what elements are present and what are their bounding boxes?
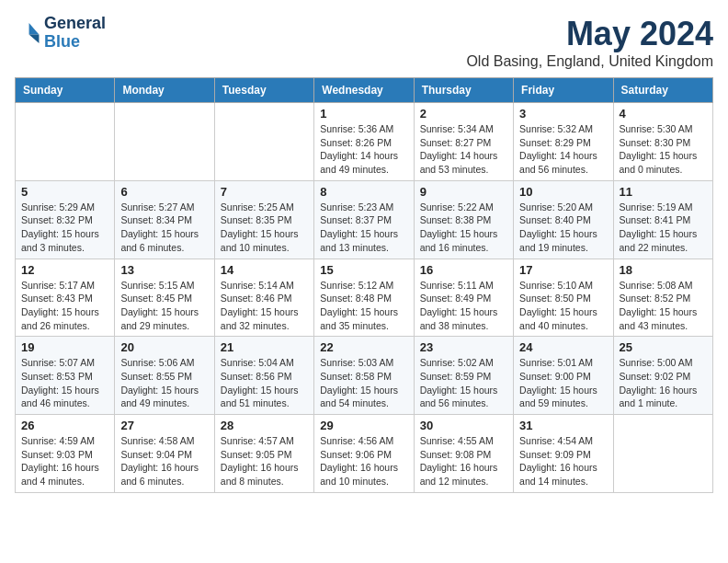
calendar-cell: 6Sunrise: 5:27 AM Sunset: 8:34 PM Daylig… (115, 180, 214, 259)
weekday-header: Sunday (16, 78, 115, 103)
day-info: Sunrise: 5:20 AM Sunset: 8:40 PM Dayligh… (519, 201, 607, 255)
day-number: 10 (519, 185, 607, 199)
calendar-table: SundayMondayTuesdayWednesdayThursdayFrid… (15, 77, 713, 493)
calendar-week-row: 1Sunrise: 5:36 AM Sunset: 8:26 PM Daylig… (16, 103, 713, 181)
day-number: 14 (221, 263, 308, 277)
calendar-cell: 8Sunrise: 5:23 AM Sunset: 8:37 PM Daylig… (314, 180, 414, 259)
calendar-week-row: 19Sunrise: 5:07 AM Sunset: 8:53 PM Dayli… (16, 337, 713, 415)
calendar-cell: 3Sunrise: 5:32 AM Sunset: 8:29 PM Daylig… (514, 103, 613, 181)
day-info: Sunrise: 5:15 AM Sunset: 8:45 PM Dayligh… (120, 279, 208, 333)
calendar-cell: 17Sunrise: 5:10 AM Sunset: 8:50 PM Dayli… (514, 259, 613, 337)
day-info: Sunrise: 5:27 AM Sunset: 8:34 PM Dayligh… (120, 201, 208, 255)
calendar-cell: 30Sunrise: 4:55 AM Sunset: 9:08 PM Dayli… (414, 415, 513, 493)
calendar-cell: 2Sunrise: 5:34 AM Sunset: 8:27 PM Daylig… (414, 103, 513, 181)
weekday-header: Thursday (414, 78, 513, 103)
day-info: Sunrise: 4:57 AM Sunset: 9:05 PM Dayligh… (221, 434, 308, 488)
svg-marker-1 (29, 34, 40, 42)
calendar-cell: 1Sunrise: 5:36 AM Sunset: 8:26 PM Daylig… (314, 103, 414, 181)
calendar-cell: 21Sunrise: 5:04 AM Sunset: 8:56 PM Dayli… (214, 337, 313, 415)
day-info: Sunrise: 5:08 AM Sunset: 8:52 PM Dayligh… (620, 279, 707, 333)
day-number: 1 (320, 107, 407, 121)
day-info: Sunrise: 5:36 AM Sunset: 8:26 PM Dayligh… (320, 122, 407, 177)
calendar-cell: 15Sunrise: 5:12 AM Sunset: 8:48 PM Dayli… (314, 259, 414, 337)
weekday-header: Tuesday (214, 78, 313, 103)
subtitle: Old Basing, England, United Kingdom (466, 53, 713, 70)
day-info: Sunrise: 5:34 AM Sunset: 8:27 PM Dayligh… (420, 122, 507, 177)
calendar-week-row: 12Sunrise: 5:17 AM Sunset: 8:43 PM Dayli… (16, 259, 713, 337)
day-number: 16 (420, 263, 507, 277)
day-info: Sunrise: 5:23 AM Sunset: 8:37 PM Dayligh… (320, 201, 407, 255)
calendar-cell: 27Sunrise: 4:58 AM Sunset: 9:04 PM Dayli… (115, 415, 214, 493)
calendar-cell (115, 103, 214, 181)
page-header: General Blue May 2024 Old Basing, Englan… (15, 15, 713, 70)
logo-line2: Blue (44, 33, 106, 52)
calendar-cell: 10Sunrise: 5:20 AM Sunset: 8:40 PM Dayli… (514, 180, 613, 259)
day-info: Sunrise: 5:07 AM Sunset: 8:53 PM Dayligh… (21, 356, 108, 410)
calendar-cell: 16Sunrise: 5:11 AM Sunset: 8:49 PM Dayli… (414, 259, 513, 337)
logo-line1: General (44, 15, 106, 33)
calendar-cell: 23Sunrise: 5:02 AM Sunset: 8:59 PM Dayli… (414, 337, 513, 415)
calendar-cell: 18Sunrise: 5:08 AM Sunset: 8:52 PM Dayli… (613, 259, 712, 337)
day-number: 17 (519, 263, 607, 277)
day-info: Sunrise: 5:03 AM Sunset: 8:58 PM Dayligh… (320, 356, 407, 410)
day-info: Sunrise: 5:14 AM Sunset: 8:46 PM Dayligh… (221, 279, 308, 333)
day-number: 19 (21, 340, 108, 354)
day-number: 20 (120, 340, 208, 354)
day-number: 6 (120, 185, 208, 199)
calendar-cell: 25Sunrise: 5:00 AM Sunset: 9:02 PM Dayli… (613, 337, 712, 415)
calendar-cell: 29Sunrise: 4:56 AM Sunset: 9:06 PM Dayli… (314, 415, 414, 493)
day-info: Sunrise: 5:11 AM Sunset: 8:49 PM Dayligh… (420, 279, 507, 333)
day-info: Sunrise: 5:29 AM Sunset: 8:32 PM Dayligh… (21, 201, 108, 255)
weekday-header: Wednesday (314, 78, 414, 103)
day-info: Sunrise: 4:59 AM Sunset: 9:03 PM Dayligh… (21, 434, 108, 488)
weekday-header: Monday (115, 78, 214, 103)
calendar-week-row: 26Sunrise: 4:59 AM Sunset: 9:03 PM Dayli… (16, 415, 713, 493)
logo-icon (15, 20, 40, 46)
calendar-cell (16, 103, 115, 181)
calendar-cell: 4Sunrise: 5:30 AM Sunset: 8:30 PM Daylig… (613, 103, 712, 181)
day-number: 30 (420, 419, 507, 432)
calendar-header-row: SundayMondayTuesdayWednesdayThursdayFrid… (16, 78, 713, 103)
day-number: 2 (420, 107, 507, 121)
day-info: Sunrise: 4:58 AM Sunset: 9:04 PM Dayligh… (120, 434, 208, 488)
day-info: Sunrise: 5:02 AM Sunset: 8:59 PM Dayligh… (420, 356, 507, 410)
logo: General Blue (15, 15, 106, 52)
day-number: 31 (519, 419, 607, 432)
calendar-cell: 14Sunrise: 5:14 AM Sunset: 8:46 PM Dayli… (214, 259, 313, 337)
day-info: Sunrise: 5:25 AM Sunset: 8:35 PM Dayligh… (221, 201, 308, 255)
day-number: 7 (221, 185, 308, 199)
day-info: Sunrise: 5:22 AM Sunset: 8:38 PM Dayligh… (420, 201, 507, 255)
calendar-cell: 11Sunrise: 5:19 AM Sunset: 8:41 PM Dayli… (613, 180, 712, 259)
day-info: Sunrise: 5:06 AM Sunset: 8:55 PM Dayligh… (120, 356, 208, 410)
svg-marker-0 (29, 23, 40, 34)
day-info: Sunrise: 4:55 AM Sunset: 9:08 PM Dayligh… (420, 434, 507, 488)
day-number: 8 (320, 185, 407, 199)
day-info: Sunrise: 5:19 AM Sunset: 8:41 PM Dayligh… (620, 201, 707, 255)
weekday-header: Saturday (613, 78, 712, 103)
calendar-cell: 19Sunrise: 5:07 AM Sunset: 8:53 PM Dayli… (16, 337, 115, 415)
day-info: Sunrise: 5:10 AM Sunset: 8:50 PM Dayligh… (519, 279, 607, 333)
day-number: 27 (120, 419, 208, 432)
day-number: 11 (620, 185, 707, 199)
day-number: 9 (420, 185, 507, 199)
day-number: 15 (320, 263, 407, 277)
calendar-cell: 28Sunrise: 4:57 AM Sunset: 9:05 PM Dayli… (214, 415, 313, 493)
day-number: 24 (519, 340, 607, 354)
day-number: 12 (21, 263, 108, 277)
calendar-cell: 24Sunrise: 5:01 AM Sunset: 9:00 PM Dayli… (514, 337, 613, 415)
calendar-cell: 22Sunrise: 5:03 AM Sunset: 8:58 PM Dayli… (314, 337, 414, 415)
calendar-cell (613, 415, 712, 493)
day-info: Sunrise: 5:32 AM Sunset: 8:29 PM Dayligh… (519, 122, 607, 177)
day-number: 18 (620, 263, 707, 277)
day-number: 25 (620, 340, 707, 354)
day-number: 4 (620, 107, 707, 121)
day-info: Sunrise: 5:12 AM Sunset: 8:48 PM Dayligh… (320, 279, 407, 333)
calendar-cell: 5Sunrise: 5:29 AM Sunset: 8:32 PM Daylig… (16, 180, 115, 259)
day-number: 29 (320, 419, 407, 432)
day-info: Sunrise: 5:04 AM Sunset: 8:56 PM Dayligh… (221, 356, 308, 410)
day-info: Sunrise: 4:56 AM Sunset: 9:06 PM Dayligh… (320, 434, 407, 488)
day-info: Sunrise: 5:30 AM Sunset: 8:30 PM Dayligh… (620, 122, 707, 177)
day-info: Sunrise: 5:01 AM Sunset: 9:00 PM Dayligh… (519, 356, 607, 410)
calendar-cell: 7Sunrise: 5:25 AM Sunset: 8:35 PM Daylig… (214, 180, 313, 259)
day-number: 13 (120, 263, 208, 277)
